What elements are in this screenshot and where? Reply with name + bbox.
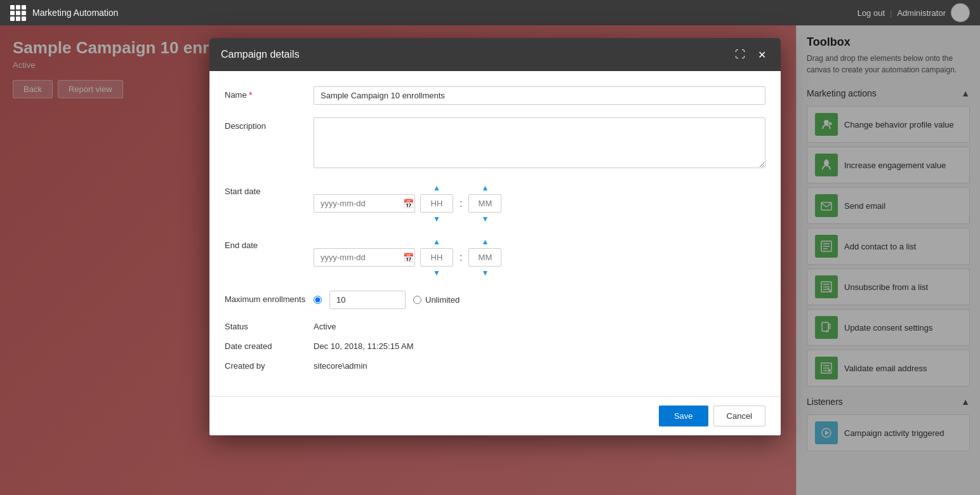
max-enrollments-row: Maximum enrollments Unlimited	[225, 291, 765, 309]
cancel-button[interactable]: Cancel	[713, 406, 765, 426]
date-created-value: Dec 10, 2018, 11:25:15 AM	[314, 341, 414, 351]
save-button[interactable]: Save	[659, 406, 708, 426]
start-date-row: Start date 📅 ▲ ▼ :	[225, 183, 765, 224]
end-minute-input[interactable]	[468, 248, 501, 267]
name-input[interactable]	[314, 86, 765, 105]
status-label: Status	[225, 322, 314, 331]
max-enrollments-label: Maximum enrollments	[225, 291, 314, 304]
description-input[interactable]	[314, 117, 765, 168]
end-datetime-wrap: 📅 ▲ ▼ : ▲ ▼	[314, 237, 765, 278]
start-minute-up-button[interactable]: ▲	[480, 183, 491, 193]
modal-footer: Save Cancel	[209, 396, 781, 435]
logout-link[interactable]: Log out	[858, 8, 885, 18]
end-minute-up-button[interactable]: ▲	[480, 237, 491, 247]
app-title: Marketing Automation	[32, 8, 118, 18]
enrollment-number-input[interactable]	[329, 291, 406, 309]
campaign-details-modal: Campaign details ⛶ ✕ Name Description	[209, 38, 781, 435]
topbar: Marketing Automation Log out | Administr…	[0, 0, 980, 25]
time-separator-end: :	[458, 252, 463, 263]
start-date-input[interactable]	[314, 194, 415, 213]
start-minute-down-button[interactable]: ▼	[480, 214, 491, 224]
modal-expand-button[interactable]: ⛶	[732, 47, 748, 62]
modal-header: Campaign details ⛶ ✕	[209, 38, 781, 71]
date-created-row: Date created Dec 10, 2018, 11:25:15 AM	[225, 341, 765, 351]
end-date-label: End date	[225, 237, 314, 250]
start-hour-up-button[interactable]: ▲	[432, 183, 442, 193]
end-hour-input[interactable]	[420, 248, 453, 267]
description-row: Description	[225, 117, 765, 170]
modal-title: Campaign details	[221, 49, 300, 60]
created-by-label: Created by	[225, 361, 314, 371]
status-value: Active	[314, 322, 336, 331]
created-by-value: sitecore\admin	[314, 361, 368, 371]
start-minute-input[interactable]	[468, 194, 501, 213]
end-hour-down-button[interactable]: ▼	[432, 268, 442, 278]
enrollment-unlimited-radio[interactable]	[413, 296, 421, 304]
unlimited-label: Unlimited	[425, 295, 460, 305]
start-date-calendar-button[interactable]: 📅	[403, 199, 414, 209]
end-hour-up-button[interactable]: ▲	[432, 237, 442, 247]
admin-name: Administrator	[897, 8, 946, 18]
status-row: Status Active	[225, 322, 765, 331]
date-created-label: Date created	[225, 341, 314, 351]
created-by-row: Created by sitecore\admin	[225, 361, 765, 371]
time-separator-start: :	[458, 198, 463, 209]
end-hour-part: ▲ ▼	[420, 237, 453, 278]
modal-body: Name Description Start date	[209, 71, 781, 396]
start-datetime-wrap: 📅 ▲ ▼ : ▲ ▼	[314, 183, 765, 224]
topbar-right: Log out | Administrator	[858, 3, 970, 22]
end-minute-part: ▲ ▼	[468, 237, 501, 278]
modal-header-actions: ⛶ ✕	[732, 47, 769, 62]
end-minute-down-button[interactable]: ▼	[480, 268, 491, 278]
app-grid-icon[interactable]	[10, 5, 26, 21]
start-hour-input[interactable]	[420, 194, 453, 213]
topbar-left: Marketing Automation	[10, 5, 118, 21]
start-date-label: Start date	[225, 183, 314, 196]
end-date-input[interactable]	[314, 248, 415, 267]
main-area: Sample Campaign 10 enrollm... Active Bac…	[0, 25, 980, 495]
name-label: Name	[225, 86, 314, 100]
enrollment-number-radio[interactable]	[314, 296, 322, 304]
start-hour-down-button[interactable]: ▼	[432, 214, 442, 224]
avatar	[951, 3, 970, 22]
name-row: Name	[225, 86, 765, 105]
start-hour-part: ▲ ▼	[420, 183, 453, 224]
end-date-row: End date 📅 ▲ ▼ :	[225, 237, 765, 278]
modal-close-button[interactable]: ✕	[754, 47, 769, 62]
start-minute-part: ▲ ▼	[468, 183, 501, 224]
end-date-calendar-button[interactable]: 📅	[403, 253, 414, 263]
description-label: Description	[225, 117, 314, 131]
